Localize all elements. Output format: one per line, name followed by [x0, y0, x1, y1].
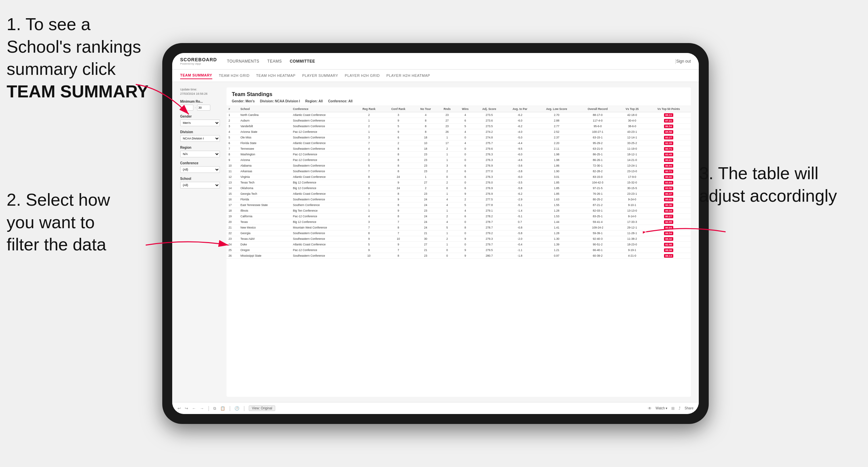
tablet-screen: SCOREBOARD Powered by clippi TOURNAMENTS… — [172, 53, 699, 414]
division-select[interactable]: NCAA Division I — [180, 135, 220, 142]
table-row: 11 Arkansas Southeastern Conference 7 8 … — [226, 168, 691, 174]
conference-filter: Conference (All) — [180, 161, 220, 173]
col-overall: Overall Record — [578, 106, 618, 112]
division-filter: Division NCAA Division I — [180, 130, 220, 142]
table-row: 9 Arizona Pac-12 Conference 2 8 23 1 0 2… — [226, 157, 691, 163]
bottom-toolbar: ↩ ↪ ← → | ⧉ 📋 | 🕐 | View: Original 👁 Wat… — [172, 402, 699, 414]
table-row: 10 Alabama Southeastern Conference 5 8 2… — [226, 163, 691, 168]
sub-nav-player-summary[interactable]: PLAYER SUMMARY — [302, 72, 338, 79]
back-btn[interactable]: ← — [192, 406, 196, 411]
table-row: 15 Georgia Tech Atlantic Coast Conferenc… — [226, 191, 691, 197]
region-select[interactable]: N/A — [180, 151, 220, 157]
copy-btn[interactable]: ⧉ — [213, 406, 216, 411]
table-row: 4 Arizona State Pac-12 Conference 1 9 8 … — [226, 129, 691, 135]
clock-btn[interactable]: 🕐 — [235, 406, 240, 411]
division-label: Division — [180, 130, 220, 134]
instruction-3: 3. The table will adjust accordingly — [699, 162, 851, 207]
col-avg-par: Avg. to Par — [504, 106, 536, 112]
sign-out-link[interactable]: Sign out — [676, 59, 691, 64]
main-content: Update time: 27/03/2024 16:56:26 Minimum… — [172, 82, 699, 402]
table-row: 23 Texas A&M Southeastern Conference 9 1… — [226, 236, 691, 242]
table-row: 6 Florida State Atlantic Coast Conferenc… — [226, 141, 691, 146]
col-school: School — [239, 106, 291, 112]
col-adj-score: Adj. Score — [474, 106, 504, 112]
table-title: Team Standings — [232, 91, 685, 97]
col-no-tour: No Tour — [413, 106, 438, 112]
col-reg-rank: Reg Rank — [355, 106, 383, 112]
table-row: 3 Vanderbilt Southeastern Conference 2 5… — [226, 124, 691, 129]
sub-nav-player-h2h-heatmap[interactable]: PLAYER H2H HEATMAP — [386, 72, 430, 79]
conference-select[interactable]: (All) — [180, 166, 220, 173]
table-region: Region: All — [305, 99, 323, 103]
app-header: SCOREBOARD Powered by clippi TOURNAMENTS… — [172, 53, 699, 69]
table-row: 21 New Mexico Mountain West Conference 7… — [226, 225, 691, 230]
table-row: 17 East Tennessee State Southern Confere… — [226, 203, 691, 208]
layout-icon: ⊞ — [671, 406, 675, 411]
nav-teams[interactable]: TEAMS — [267, 58, 282, 65]
sub-nav-player-h2h-grid[interactable]: PLAYER H2H GRID — [345, 72, 380, 79]
nav-items: TOURNAMENTS TEAMS COMMITTEE — [227, 58, 675, 65]
table-row: 26 Mississippi State Southeastern Confer… — [226, 253, 691, 259]
table-gender: Gender: Men's — [232, 99, 255, 103]
region-filter: Region N/A — [180, 146, 220, 157]
sub-nav: TEAM SUMMARY TEAM H2H GRID TEAM H2H HEAT… — [172, 69, 699, 82]
logo-sub: Powered by clippi — [180, 62, 217, 65]
school-filter: School (All) — [180, 177, 220, 188]
nav-tournaments[interactable]: TOURNAMENTS — [227, 58, 259, 65]
arrow-3 — [643, 219, 729, 245]
table-row: 7 Tennessee Southeastern Conference 4 8 … — [226, 146, 691, 152]
table-header-section: Team Standings Gender: Men's Division: N… — [226, 88, 691, 106]
school-select[interactable]: (All) — [180, 182, 220, 188]
paste-btn[interactable]: 📋 — [220, 406, 225, 411]
arrow-1 — [129, 81, 195, 121]
school-label: School — [180, 177, 220, 181]
col-vs25: Vs Top 25 — [618, 106, 646, 112]
table-row: 16 Florida Southeastern Conference 7 9 2… — [226, 197, 691, 203]
col-rank: # — [226, 106, 239, 112]
table-row: 5 Ole Miss Southeastern Conference 3 6 1… — [226, 135, 691, 141]
region-label: Region — [180, 146, 220, 149]
col-vs50-points: Vs Top 50 Points — [646, 106, 691, 112]
table-row: 8 Washington Pac-12 Conference 2 8 23 1 … — [226, 152, 691, 157]
table-filters-row: Gender: Men's Division: NCAA Division I … — [232, 99, 685, 103]
share-button[interactable]: Share — [685, 406, 693, 410]
table-row: 19 California Pac-12 Conference 4 8 24 2… — [226, 214, 691, 219]
conference-label: Conference — [180, 161, 220, 165]
standings-table: # School Conference Reg Rank Conf Rank N… — [226, 106, 691, 259]
undo-btn[interactable]: ↩ — [178, 406, 181, 411]
eye-icon: 👁 — [648, 406, 652, 411]
table-row: 1 North Carolina Atlantic Coast Conferen… — [226, 112, 691, 118]
col-rnds: Rnds — [438, 106, 456, 112]
table-conference: Conference: All — [328, 99, 353, 103]
table-row: 14 Oklahoma Big 12 Conference 8 24 2 0 6… — [226, 185, 691, 191]
arrow-2 — [143, 232, 235, 258]
sub-nav-team-summary[interactable]: TEAM SUMMARY — [180, 72, 212, 79]
sub-nav-team-h2h-heatmap[interactable]: TEAM H2H HEATMAP — [256, 72, 296, 79]
table-area: Team Standings Gender: Men's Division: N… — [226, 88, 691, 397]
table-row: 24 Duke Atlantic Coast Conference 5 9 27… — [226, 242, 691, 247]
view-original-button[interactable]: View: Original — [249, 405, 275, 411]
instruction-2: 2. Select how you want to filter the dat… — [7, 189, 110, 256]
table-row: 18 Illinois Big Ten Conference 1 9 23 1 … — [226, 208, 691, 214]
logo-text: SCOREBOARD — [180, 57, 217, 62]
table-row: 2 Auburn Southeastern Conference 1 9 8 2… — [226, 118, 691, 124]
col-avg-low: Avg. Low Score — [535, 106, 578, 112]
col-conf-rank: Conf Rank — [383, 106, 413, 112]
min-rounds-to[interactable] — [197, 105, 210, 111]
forward-btn[interactable]: → — [200, 406, 204, 411]
nav-committee[interactable]: COMMITTEE — [290, 58, 315, 65]
table-row: 12 Virginia Atlantic Coast Conference 8 … — [226, 174, 691, 180]
table-row: 22 Georgia Southeastern Conference 8 7 2… — [226, 230, 691, 236]
redo-btn[interactable]: ↪ — [185, 406, 188, 411]
sub-nav-team-h2h-grid[interactable]: TEAM H2H GRID — [219, 72, 250, 79]
watch-button[interactable]: Watch ▾ — [656, 406, 668, 410]
logo-area: SCOREBOARD Powered by clippi — [180, 57, 217, 65]
col-wins: Wins — [456, 106, 474, 112]
table-row: 20 Texas Big 12 Conference 3 7 24 4 0 27… — [226, 219, 691, 225]
table-division: Division: NCAA Division I — [260, 99, 300, 103]
table-row: 25 Oregon Pac-12 Conference 9 7 21 0 9 2… — [226, 247, 691, 253]
share-icon: ⤴ — [679, 406, 681, 411]
tablet-device: SCOREBOARD Powered by clippi TOURNAMENTS… — [162, 43, 709, 424]
col-conference: Conference — [291, 106, 355, 112]
table-row: 13 Texas Tech Big 12 Conference 1 9 27 2… — [226, 180, 691, 185]
